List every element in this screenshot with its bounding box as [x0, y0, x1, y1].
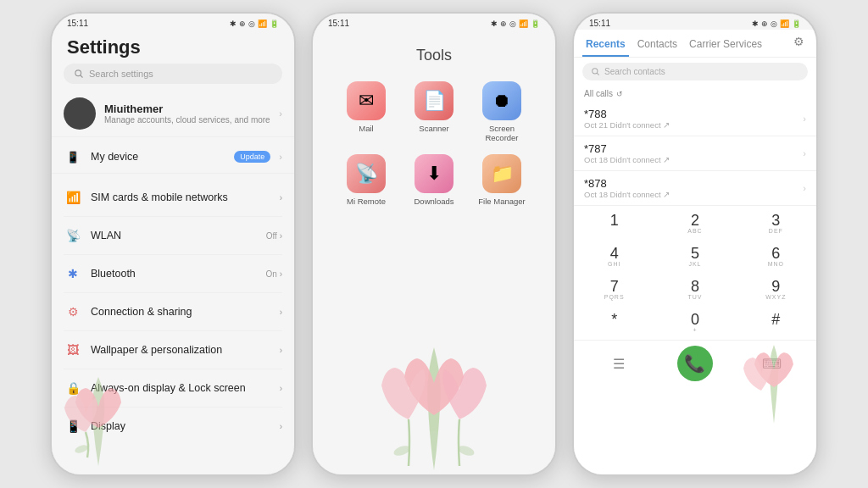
key-4[interactable]: 4GHI — [574, 241, 654, 274]
svg-line-1 — [81, 75, 83, 78]
key-8[interactable]: 8TUV — [654, 274, 735, 307]
display-chevron: › — [280, 422, 282, 431]
dialer-bottom: ☰ 📞 ⌨ — [574, 340, 816, 386]
call-detail-1: Oct 18 Didn't connect ↗ — [584, 155, 803, 164]
keypad-button[interactable]: ⌨ — [758, 350, 785, 377]
call-chevron-1: › — [803, 148, 806, 158]
key-7-main: 7 — [610, 279, 619, 294]
profile-row[interactable]: Miuithemer Manage accounts, cloud servic… — [52, 91, 294, 137]
key-1-main: 1 — [610, 213, 619, 228]
wlan-icon: 📡 — [64, 226, 82, 245]
key-6[interactable]: 6MNO — [736, 241, 816, 274]
svg-point-0 — [75, 70, 81, 76]
search-icon — [74, 69, 84, 79]
dial-call-button[interactable]: 📞 — [677, 346, 713, 381]
all-calls-row[interactable]: All calls ↺ — [574, 86, 816, 102]
profile-chevron: › — [279, 108, 282, 119]
divider — [64, 216, 282, 217]
setting-sim[interactable]: 📶 SIM cards & mobile networks › — [52, 180, 294, 214]
avatar — [64, 97, 96, 130]
status-bar-1: 15:11 ✱ ⊕ ◎ 📶 🔋 — [52, 14, 294, 30]
menu-button[interactable]: ☰ — [605, 350, 632, 377]
app-mail[interactable]: ✉ Mail — [337, 81, 396, 142]
key-0[interactable]: 0+ — [654, 307, 735, 340]
app-file-manager[interactable]: 📁 File Manager — [472, 154, 531, 206]
dialer-screen: ⚙ Recents Contacts Carrier Services Sear… — [574, 30, 816, 474]
search-icon — [591, 67, 600, 76]
call-info-0: *788 Oct 21 Didn't connect ↗ — [584, 108, 803, 130]
search-placeholder: Search settings — [89, 69, 153, 79]
call-detail-2: Oct 18 Didn't connect ↗ — [584, 190, 803, 199]
update-badge[interactable]: Update — [234, 151, 270, 163]
tools-title: Tools — [416, 47, 452, 64]
my-device-row[interactable]: 📱 My device Update › — [52, 141, 294, 174]
status-time-3: 15:11 — [589, 19, 610, 28]
svg-point-4 — [457, 444, 476, 458]
status-bar-2: 15:11 ✱ ⊕ ◎ 📶 🔋 — [313, 14, 555, 30]
gear-icon[interactable]: ⚙ — [793, 35, 804, 48]
scanner-label: Scanner — [419, 124, 448, 133]
wlan-status: Off › — [266, 231, 282, 241]
key-star[interactable]: * — [574, 307, 654, 340]
key-1[interactable]: 1 — [574, 208, 654, 241]
wallpaper-icon: 🖼 — [64, 341, 82, 359]
tab-recents[interactable]: Recents — [582, 33, 629, 57]
filemanager-icon: 📁 — [482, 154, 521, 193]
status-icons-2: ✱ ⊕ ◎ 📶 🔋 — [491, 19, 540, 28]
mail-label: Mail — [359, 124, 373, 133]
status-bar-3: 15:11 ✱ ⊕ ◎ 📶 🔋 — [574, 14, 816, 30]
status-icons-1: ✱ ⊕ ◎ 📶 🔋 — [230, 19, 279, 28]
setting-connection[interactable]: ⚙ Connection & sharing › — [52, 295, 294, 329]
phone-dialer: 15:11 ✱ ⊕ ◎ 📶 🔋 ⚙ Recents Contacts Carri… — [572, 12, 818, 476]
sim-icon: 📶 — [64, 188, 82, 207]
settings-search-bar[interactable]: Search settings — [64, 64, 282, 84]
divider — [64, 254, 282, 255]
key-9-main: 9 — [771, 279, 780, 294]
call-item-0[interactable]: *788 Oct 21 Didn't connect ↗ › — [574, 102, 816, 136]
key-9[interactable]: 9WXYZ — [736, 274, 816, 307]
lock-icon: 🔒 — [64, 379, 82, 397]
divider — [64, 369, 282, 369]
profile-info: Miuithemer Manage accounts, cloud servic… — [104, 103, 270, 125]
setting-display[interactable]: 📱 Display › — [52, 409, 294, 443]
setting-wlan[interactable]: 📡 WLAN Off › — [52, 219, 294, 252]
status-time-2: 15:11 — [328, 19, 349, 28]
setting-bluetooth[interactable]: ✱ Bluetooth On › — [52, 257, 294, 291]
key-star-main: * — [611, 312, 617, 327]
connection-label: Connection & sharing — [91, 306, 271, 318]
phone-tools: 15:11 ✱ ⊕ ◎ 📶 🔋 Tools ✉ Mail 📄 Scanner ⏺… — [311, 12, 557, 476]
profile-subtitle: Manage accounts, cloud services, and mor… — [104, 115, 270, 125]
contacts-search-placeholder: Search contacts — [604, 67, 665, 76]
call-item-1[interactable]: *787 Oct 18 Didn't connect ↗ › — [574, 136, 816, 171]
display-icon: 📱 — [64, 417, 82, 435]
app-screen-recorder[interactable]: ⏺ Screen Recorder — [472, 81, 531, 142]
key-7[interactable]: 7PQRS — [574, 274, 654, 307]
key-0-main: 0 — [691, 312, 699, 327]
setting-always-on[interactable]: 🔒 Always-on display & Lock screen › — [52, 371, 294, 405]
setting-wallpaper[interactable]: 🖼 Wallpaper & personalization › — [52, 333, 294, 367]
key-6-main: 6 — [771, 246, 780, 261]
tab-contacts[interactable]: Contacts — [634, 33, 681, 57]
key-5-main: 5 — [691, 246, 699, 261]
key-5[interactable]: 5JKL — [654, 241, 735, 274]
app-scanner[interactable]: 📄 Scanner — [404, 81, 464, 142]
call-detail-0: Oct 21 Didn't connect ↗ — [584, 120, 803, 130]
status-time-1: 15:11 — [67, 19, 88, 28]
sim-chevron: › — [280, 193, 282, 202]
always-on-chevron: › — [280, 384, 282, 393]
scanner-icon: 📄 — [415, 81, 453, 120]
tools-screen: Tools ✉ Mail 📄 Scanner ⏺ Screen Recorder… — [313, 30, 555, 474]
settings-list: 📶 SIM cards & mobile networks › 📡 WLAN O… — [52, 179, 294, 445]
app-mi-remote[interactable]: 📡 Mi Remote — [337, 154, 396, 206]
call-item-2[interactable]: *878 Oct 18 Didn't connect ↗ › — [574, 171, 816, 206]
key-hash[interactable]: # — [736, 307, 816, 340]
app-downloads[interactable]: ⬇ Downloads — [404, 154, 464, 206]
key-4-main: 4 — [610, 246, 619, 261]
sim-label: SIM cards & mobile networks — [91, 191, 271, 203]
key-2[interactable]: 2ABC — [654, 208, 735, 241]
divider — [64, 292, 282, 293]
tab-carrier-services[interactable]: Carrier Services — [686, 33, 765, 57]
profile-name: Miuithemer — [104, 103, 270, 115]
dialer-search-bar[interactable]: Search contacts — [582, 63, 808, 80]
key-3[interactable]: 3DEF — [736, 208, 816, 241]
